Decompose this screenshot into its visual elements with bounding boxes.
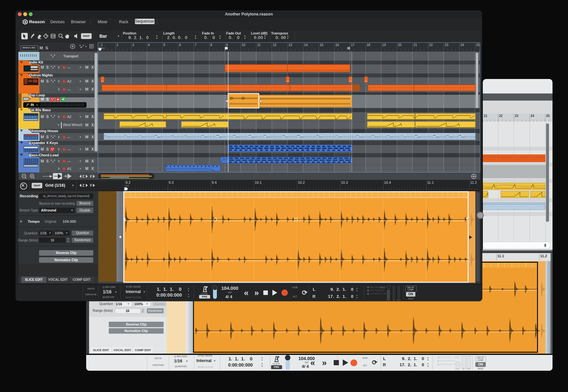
svg-text:Z: Z [82,174,85,178]
svg-text:F: F [90,183,92,187]
svg-text:F: F [90,174,92,178]
svg-text:Z: Z [82,183,85,187]
